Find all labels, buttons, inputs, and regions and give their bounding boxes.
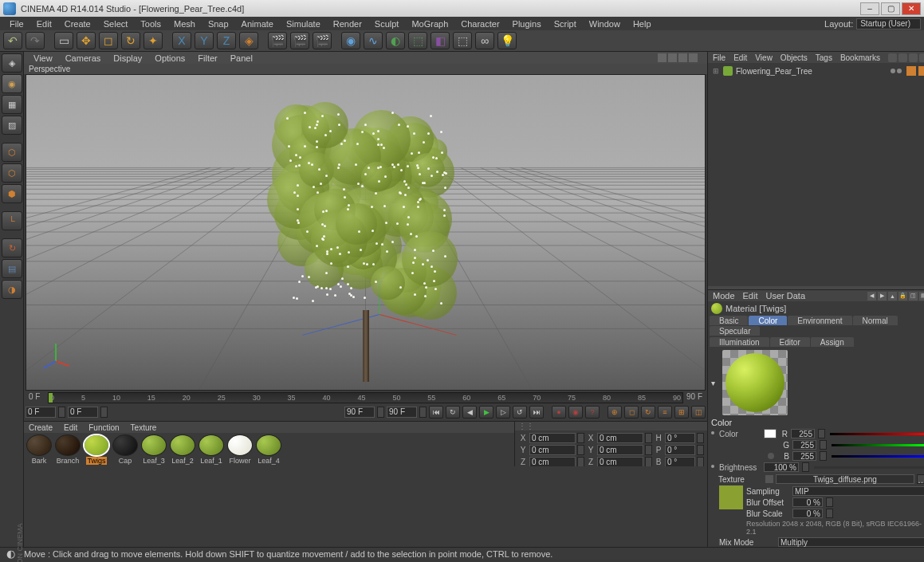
spinner[interactable]: [645, 445, 652, 455]
material-twigs[interactable]: Twigs: [83, 434, 110, 465]
lock-icon[interactable]: 🔒: [898, 292, 907, 301]
color-swatch[interactable]: [764, 429, 777, 438]
spinner[interactable]: [697, 445, 704, 455]
spinner[interactable]: [826, 497, 833, 507]
tab-normal[interactable]: Normal: [853, 316, 898, 325]
add-nurbs-button[interactable]: ◐: [386, 32, 405, 49]
spinner[interactable]: [377, 407, 384, 418]
render-view-button[interactable]: 🎬: [268, 32, 287, 49]
layout-select[interactable]: Startup (User): [856, 18, 921, 29]
tab-basic[interactable]: Basic: [710, 316, 748, 325]
add-spline-button[interactable]: ∿: [364, 32, 383, 49]
menu-script[interactable]: Script: [548, 18, 583, 29]
spinner[interactable]: [419, 407, 427, 418]
menu-simulate[interactable]: Simulate: [280, 18, 327, 29]
material-ball-icon[interactable]: [170, 434, 195, 456]
bookmark-icon[interactable]: [919, 53, 924, 62]
key-param-button[interactable]: ≡: [658, 406, 672, 419]
autokey-button[interactable]: ◉: [568, 406, 583, 419]
spinner[interactable]: [820, 440, 827, 450]
add-cube-button[interactable]: ◉: [341, 32, 360, 49]
filter-icon[interactable]: [898, 53, 907, 62]
material-ball-icon[interactable]: [227, 434, 253, 456]
loop-fwd-button[interactable]: ↺: [513, 406, 527, 419]
add-light-button[interactable]: 💡: [497, 32, 517, 49]
material-ball-icon[interactable]: [199, 434, 224, 456]
texture-mode-button[interactable]: ▦: [2, 95, 22, 114]
slider-b[interactable]: [832, 454, 924, 458]
key-pla-button[interactable]: ⊞: [674, 406, 689, 419]
object-name[interactable]: Flowering_Pear_Tree: [736, 67, 812, 76]
goto-start-button[interactable]: ⏮: [429, 406, 443, 419]
material-leaf_2[interactable]: Leaf_2: [169, 434, 196, 465]
color-picker-icon[interactable]: [768, 453, 774, 459]
add-array-button[interactable]: ⬚: [408, 32, 427, 49]
add-deformer-button[interactable]: ◧: [431, 32, 450, 49]
texture-browse-button[interactable]: …: [917, 474, 924, 484]
rotate-button[interactable]: ↻: [121, 32, 140, 49]
polygons-mode-button[interactable]: ⬢: [2, 184, 22, 203]
texture-dropdown-icon[interactable]: [765, 475, 773, 483]
snap-button[interactable]: ▤: [2, 259, 22, 278]
material-flower[interactable]: Flower: [226, 434, 254, 465]
x-axis-button[interactable]: X: [172, 32, 191, 49]
texture-swatch[interactable]: [719, 485, 743, 509]
timeline-track[interactable]: 051015202530354045505560657075808590: [48, 392, 683, 403]
vp-menu-filter[interactable]: Filter: [198, 53, 217, 63]
axis-mode-button[interactable]: └: [2, 211, 22, 230]
obj-menu-bookmarks[interactable]: Bookmarks: [840, 53, 880, 62]
menu-select[interactable]: Select: [97, 18, 135, 29]
mat-menu-edit[interactable]: Edit: [64, 423, 77, 432]
step-fwd-button[interactable]: ▷: [496, 406, 510, 419]
timeline[interactable]: 0 F 051015202530354045505560657075808590…: [26, 392, 706, 403]
object-row[interactable]: ⊞ Flowering_Pear_Tree: [710, 65, 924, 77]
pos-x[interactable]: 0 cm: [529, 433, 576, 443]
render-dot[interactable]: [897, 69, 902, 73]
menu-icon[interactable]: ▤: [919, 292, 924, 301]
loop-button[interactable]: ↻: [446, 406, 460, 419]
frame-out2[interactable]: 90 F: [344, 407, 375, 418]
z-axis-button[interactable]: Z: [217, 32, 236, 49]
material-ball-icon[interactable]: [112, 434, 138, 456]
frame-out[interactable]: 90 F: [387, 407, 417, 418]
live-select-button[interactable]: ▭: [54, 32, 73, 49]
spinner[interactable]: [58, 407, 65, 418]
collapse-icon[interactable]: ▾: [711, 379, 719, 387]
size-z[interactable]: 0 cm: [597, 457, 643, 467]
spinner[interactable]: [577, 457, 584, 467]
tag-icon[interactable]: [906, 66, 916, 76]
points-mode-button[interactable]: ⬡: [2, 143, 22, 162]
frame-in2[interactable]: 0 F: [68, 407, 98, 418]
material-bark[interactable]: Bark: [26, 434, 53, 465]
recent-tool-button[interactable]: ✦: [144, 32, 163, 49]
vp-nav-icon[interactable]: [678, 53, 687, 62]
color-b[interactable]: 255: [792, 451, 816, 461]
spinner[interactable]: [820, 451, 827, 461]
blur-offset-input[interactable]: 0 %: [792, 497, 823, 507]
rot-p[interactable]: 0 °: [665, 445, 695, 455]
spinner[interactable]: [697, 433, 704, 443]
viewport[interactable]: [26, 74, 706, 391]
spinner[interactable]: [577, 433, 584, 443]
tab-illumination[interactable]: Illumination: [710, 337, 769, 347]
menu-help[interactable]: Help: [627, 18, 658, 29]
spinner[interactable]: [818, 429, 825, 438]
pos-z[interactable]: 0 cm: [529, 457, 576, 467]
step-back-button[interactable]: ◀: [462, 406, 477, 419]
menu-snap[interactable]: Snap: [202, 18, 235, 29]
model-mode-button[interactable]: ◉: [2, 74, 22, 93]
make-editable-button[interactable]: ◈: [2, 53, 22, 73]
slider-g[interactable]: [832, 442, 924, 447]
attr-menu-edit[interactable]: Edit: [743, 291, 758, 301]
attr-menu-user-data[interactable]: User Data: [766, 291, 806, 301]
play-button[interactable]: ▶: [479, 406, 493, 419]
record-button[interactable]: ●: [552, 406, 566, 419]
add-camera-button[interactable]: ∞: [475, 32, 494, 49]
menu-animate[interactable]: Animate: [235, 18, 280, 29]
vp-nav-icon[interactable]: [658, 53, 666, 62]
vp-menu-panel[interactable]: Panel: [230, 53, 253, 63]
vp-nav-icon[interactable]: [689, 53, 698, 62]
tab-color[interactable]: Color: [749, 316, 787, 325]
texture-file[interactable]: Twigs_diffuse.png: [776, 474, 914, 484]
material-ball-icon[interactable]: [256, 434, 281, 456]
